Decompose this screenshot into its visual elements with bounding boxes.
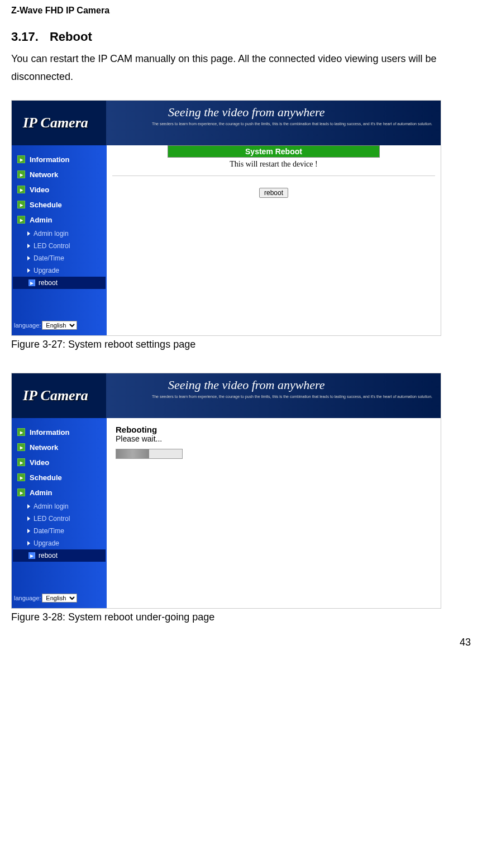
nav-video[interactable]: ▸Video <box>12 455 107 470</box>
nav-admin[interactable]: ▸Admin <box>12 485 107 500</box>
active-icon: ▸ <box>28 279 35 286</box>
nav-network[interactable]: ▸Network <box>12 440 107 455</box>
subnav-upgrade[interactable]: Upgrade <box>12 264 107 277</box>
document-header: Z-Wave FHD IP Camera <box>11 6 471 16</box>
section-title: 3.17.Reboot <box>11 30 471 44</box>
sub-tagline: The seeders to learn from experience, th… <box>152 122 432 126</box>
subnav-label: Upgrade <box>34 267 59 274</box>
subnav-admin-login[interactable]: Admin login <box>12 227 107 240</box>
subnav-label: Upgrade <box>34 539 59 547</box>
tagline: Seeing the video from anywhere <box>168 105 325 120</box>
subnav-label: Admin login <box>34 502 69 510</box>
nav-icon: ▸ <box>17 186 25 193</box>
subnav-label: reboot <box>39 279 58 287</box>
language-select[interactable]: English <box>42 321 77 330</box>
rebooting-title: Rebooting <box>116 425 435 434</box>
subnav-led-control[interactable]: LED Control <box>12 240 107 252</box>
reboot-button[interactable]: reboot <box>259 188 288 198</box>
section-name: Reboot <box>50 30 92 44</box>
figure-caption-1: Figure 3-27: System reboot settings page <box>11 339 471 350</box>
section-number: 3.17. <box>11 30 39 44</box>
tagline: Seeing the video from anywhere <box>168 378 325 392</box>
reboot-header: System Reboot <box>168 145 380 158</box>
nav-label: Network <box>30 443 58 452</box>
subnav-label: Admin login <box>34 230 69 238</box>
nav-icon: ▸ <box>17 443 25 451</box>
subnav-date-time[interactable]: Date/Time <box>12 252 107 264</box>
logo-text: IP Camera <box>23 115 88 131</box>
language-label: language: <box>14 322 41 329</box>
page-number: 43 <box>460 637 471 648</box>
subnav-label: Date/Time <box>34 527 64 535</box>
arrow-icon <box>27 244 30 248</box>
nav-icon: ▸ <box>17 201 25 208</box>
subnav-admin-login[interactable]: Admin login <box>12 500 107 513</box>
nav-icon: ▸ <box>17 155 25 163</box>
arrow-icon <box>27 256 30 260</box>
nav-schedule[interactable]: ▸Schedule <box>12 197 107 212</box>
nav-information[interactable]: ▸Information <box>12 425 107 440</box>
subnav-label: LED Control <box>34 515 70 523</box>
language-label: language: <box>14 595 41 601</box>
reboot-message: This will restart the device ! <box>112 158 435 171</box>
main-panel: Rebooting Please wait... <box>107 418 441 608</box>
nav-label: Schedule <box>30 201 62 209</box>
subnav-date-time[interactable]: Date/Time <box>12 525 107 537</box>
sub-tagline: The seeders to learn from experience, th… <box>152 395 432 399</box>
nav-icon: ▸ <box>17 428 25 436</box>
intro-paragraph: You can restart the IP CAM manually on t… <box>11 50 471 86</box>
nav-label: Video <box>30 458 49 467</box>
subnav-reboot[interactable]: ▸reboot <box>13 549 106 562</box>
active-icon: ▸ <box>28 552 35 559</box>
nav-icon: ▸ <box>17 216 25 224</box>
nav-network[interactable]: ▸Network <box>12 167 107 182</box>
sidebar: ▸Information ▸Network ▸Video ▸Schedule ▸… <box>12 145 107 335</box>
nav-schedule[interactable]: ▸Schedule <box>12 470 107 485</box>
subnav-upgrade[interactable]: Upgrade <box>12 537 107 549</box>
arrow-icon <box>27 529 30 533</box>
subnav-led-control[interactable]: LED Control <box>12 513 107 525</box>
logo-text: IP Camera <box>23 387 88 404</box>
nav-admin[interactable]: ▸Admin <box>12 212 107 227</box>
arrow-icon <box>27 541 30 546</box>
language-row: language: English <box>14 321 77 330</box>
subnav-label: Date/Time <box>34 254 64 262</box>
sidebar: ▸Information ▸Network ▸Video ▸Schedule ▸… <box>12 418 107 608</box>
nav-label: Admin <box>30 488 52 497</box>
rebooting-wait-text: Please wait... <box>116 434 435 443</box>
banner: IP Camera Seeing the video from anywhere… <box>12 373 441 418</box>
nav-label: Video <box>30 186 49 194</box>
divider <box>112 176 435 176</box>
nav-icon: ▸ <box>17 458 25 466</box>
screenshot-reboot-settings: IP Camera Seeing the video from anywhere… <box>11 100 441 336</box>
main-panel: System Reboot This will restart the devi… <box>107 145 441 335</box>
nav-icon: ▸ <box>17 473 25 481</box>
subnav-reboot[interactable]: ▸reboot <box>13 277 106 289</box>
language-row: language: English <box>14 594 77 603</box>
progress-fill <box>116 449 149 458</box>
arrow-icon <box>27 231 30 236</box>
nav-icon: ▸ <box>17 170 25 178</box>
nav-label: Information <box>30 428 70 437</box>
figure-caption-2: Figure 3-28: System reboot under-going p… <box>11 611 471 623</box>
nav-label: Schedule <box>30 473 62 482</box>
nav-label: Network <box>30 170 58 179</box>
arrow-icon <box>27 516 30 521</box>
progress-bar <box>116 449 183 459</box>
arrow-icon <box>27 504 30 509</box>
subnav-label: reboot <box>39 552 58 559</box>
subnav-label: LED Control <box>34 242 70 250</box>
language-select[interactable]: English <box>42 594 77 603</box>
nav-icon: ▸ <box>17 488 25 496</box>
screenshot-rebooting: IP Camera Seeing the video from anywhere… <box>11 373 441 609</box>
nav-label: Admin <box>30 216 52 224</box>
nav-video[interactable]: ▸Video <box>12 182 107 197</box>
banner: IP Camera Seeing the video from anywhere… <box>12 101 441 145</box>
nav-information[interactable]: ▸Information <box>12 152 107 167</box>
nav-label: Information <box>30 155 70 164</box>
arrow-icon <box>27 268 30 273</box>
